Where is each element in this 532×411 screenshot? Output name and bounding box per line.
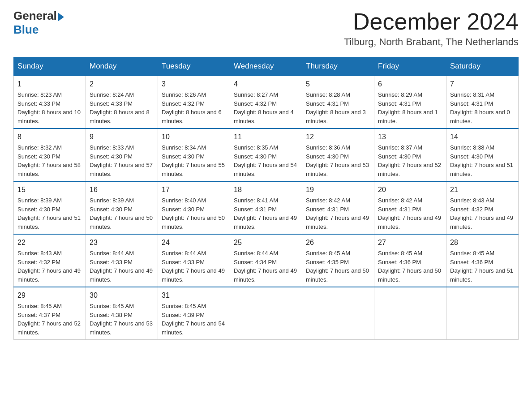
- day-info: Sunrise: 8:45 AMSunset: 4:37 PMDaylight:…: [17, 302, 82, 337]
- day-info: Sunrise: 8:29 AMSunset: 4:31 PMDaylight:…: [378, 90, 442, 125]
- day-info: Sunrise: 8:26 AMSunset: 4:32 PMDaylight:…: [162, 90, 226, 125]
- calendar-cell: [302, 287, 374, 340]
- calendar-week-row: 15Sunrise: 8:39 AMSunset: 4:30 PMDayligh…: [14, 181, 519, 234]
- logo-arrow-icon: [58, 13, 64, 21]
- calendar-cell: 6Sunrise: 8:29 AMSunset: 4:31 PMDaylight…: [374, 76, 446, 128]
- day-info: Sunrise: 8:39 AMSunset: 4:30 PMDaylight:…: [90, 196, 154, 231]
- logo: General Blue: [13, 9, 64, 37]
- calendar-cell: [446, 287, 519, 340]
- calendar-cell: 2Sunrise: 8:24 AMSunset: 4:33 PMDaylight…: [86, 76, 158, 128]
- calendar-cell: [374, 287, 446, 340]
- day-number: 2: [90, 79, 154, 90]
- day-number: 8: [17, 132, 82, 142]
- day-number: 3: [162, 79, 226, 90]
- calendar-week-row: 29Sunrise: 8:45 AMSunset: 4:37 PMDayligh…: [14, 287, 519, 340]
- day-info: Sunrise: 8:28 AMSunset: 4:31 PMDaylight:…: [306, 90, 370, 125]
- calendar-cell: 23Sunrise: 8:44 AMSunset: 4:33 PMDayligh…: [86, 234, 158, 287]
- calendar-cell: 19Sunrise: 8:42 AMSunset: 4:31 PMDayligh…: [302, 181, 374, 234]
- calendar-week-row: 22Sunrise: 8:43 AMSunset: 4:32 PMDayligh…: [14, 234, 519, 287]
- header-day-saturday: Saturday: [446, 57, 519, 76]
- header-day-wednesday: Wednesday: [230, 57, 302, 76]
- day-number: 26: [306, 237, 370, 248]
- day-number: 1: [17, 79, 82, 90]
- day-info: Sunrise: 8:33 AMSunset: 4:30 PMDaylight:…: [90, 143, 154, 178]
- day-info: Sunrise: 8:43 AMSunset: 4:32 PMDaylight:…: [450, 196, 515, 231]
- calendar-cell: 5Sunrise: 8:28 AMSunset: 4:31 PMDaylight…: [302, 76, 374, 128]
- calendar-week-row: 8Sunrise: 8:32 AMSunset: 4:30 PMDaylight…: [14, 128, 519, 181]
- calendar-cell: 4Sunrise: 8:27 AMSunset: 4:32 PMDaylight…: [230, 76, 302, 128]
- day-number: 15: [17, 184, 82, 195]
- day-info: Sunrise: 8:23 AMSunset: 4:33 PMDaylight:…: [17, 90, 82, 125]
- day-info: Sunrise: 8:34 AMSunset: 4:30 PMDaylight:…: [162, 143, 226, 178]
- calendar-cell: 12Sunrise: 8:36 AMSunset: 4:30 PMDayligh…: [302, 128, 374, 181]
- calendar-cell: 29Sunrise: 8:45 AMSunset: 4:37 PMDayligh…: [14, 287, 86, 340]
- day-info: Sunrise: 8:35 AMSunset: 4:30 PMDaylight:…: [234, 143, 298, 178]
- header-day-tuesday: Tuesday: [158, 57, 230, 76]
- day-info: Sunrise: 8:45 AMSunset: 4:35 PMDaylight:…: [306, 249, 370, 284]
- header-day-friday: Friday: [374, 57, 446, 76]
- day-number: 12: [306, 132, 370, 142]
- day-info: Sunrise: 8:43 AMSunset: 4:32 PMDaylight:…: [17, 249, 82, 284]
- day-info: Sunrise: 8:45 AMSunset: 4:39 PMDaylight:…: [162, 302, 226, 337]
- subtitle: Tilburg, North Brabant, The Netherlands: [344, 36, 519, 48]
- calendar-cell: 17Sunrise: 8:40 AMSunset: 4:30 PMDayligh…: [158, 181, 230, 234]
- calendar-header-row: SundayMondayTuesdayWednesdayThursdayFrid…: [14, 57, 519, 76]
- day-number: 18: [234, 184, 298, 195]
- calendar-cell: 14Sunrise: 8:38 AMSunset: 4:30 PMDayligh…: [446, 128, 519, 181]
- calendar-cell: 16Sunrise: 8:39 AMSunset: 4:30 PMDayligh…: [86, 181, 158, 234]
- day-number: 29: [17, 290, 82, 301]
- calendar-cell: 1Sunrise: 8:23 AMSunset: 4:33 PMDaylight…: [14, 76, 86, 128]
- day-number: 21: [450, 184, 515, 195]
- day-number: 23: [90, 237, 154, 248]
- day-number: 16: [90, 184, 154, 195]
- calendar-cell: 24Sunrise: 8:44 AMSunset: 4:33 PMDayligh…: [158, 234, 230, 287]
- day-number: 20: [378, 184, 442, 195]
- calendar-cell: 28Sunrise: 8:45 AMSunset: 4:36 PMDayligh…: [446, 234, 519, 287]
- day-info: Sunrise: 8:41 AMSunset: 4:31 PMDaylight:…: [234, 196, 298, 231]
- title-section: December 2024 Tilburg, North Brabant, Th…: [344, 9, 519, 48]
- day-number: 17: [162, 184, 226, 195]
- day-info: Sunrise: 8:42 AMSunset: 4:31 PMDaylight:…: [378, 196, 442, 231]
- day-number: 14: [450, 132, 515, 142]
- calendar-cell: 26Sunrise: 8:45 AMSunset: 4:35 PMDayligh…: [302, 234, 374, 287]
- day-number: 24: [162, 237, 226, 248]
- day-info: Sunrise: 8:44 AMSunset: 4:34 PMDaylight:…: [234, 249, 298, 284]
- calendar-cell: 21Sunrise: 8:43 AMSunset: 4:32 PMDayligh…: [446, 181, 519, 234]
- day-info: Sunrise: 8:27 AMSunset: 4:32 PMDaylight:…: [234, 90, 298, 125]
- header-day-thursday: Thursday: [302, 57, 374, 76]
- logo-general-text: General: [13, 9, 57, 23]
- day-info: Sunrise: 8:36 AMSunset: 4:30 PMDaylight:…: [306, 143, 370, 178]
- calendar-cell: 10Sunrise: 8:34 AMSunset: 4:30 PMDayligh…: [158, 128, 230, 181]
- day-info: Sunrise: 8:45 AMSunset: 4:36 PMDaylight:…: [450, 249, 515, 284]
- day-info: Sunrise: 8:32 AMSunset: 4:30 PMDaylight:…: [17, 143, 82, 178]
- calendar-cell: 9Sunrise: 8:33 AMSunset: 4:30 PMDaylight…: [86, 128, 158, 181]
- day-number: 4: [234, 79, 298, 90]
- day-number: 11: [234, 132, 298, 142]
- day-number: 9: [90, 132, 154, 142]
- day-info: Sunrise: 8:44 AMSunset: 4:33 PMDaylight:…: [90, 249, 154, 284]
- calendar-table: SundayMondayTuesdayWednesdayThursdayFrid…: [13, 57, 519, 340]
- day-info: Sunrise: 8:38 AMSunset: 4:30 PMDaylight:…: [450, 143, 515, 178]
- calendar-cell: 18Sunrise: 8:41 AMSunset: 4:31 PMDayligh…: [230, 181, 302, 234]
- day-number: 5: [306, 79, 370, 90]
- calendar-cell: 31Sunrise: 8:45 AMSunset: 4:39 PMDayligh…: [158, 287, 230, 340]
- header-day-monday: Monday: [86, 57, 158, 76]
- day-info: Sunrise: 8:42 AMSunset: 4:31 PMDaylight:…: [306, 196, 370, 231]
- day-info: Sunrise: 8:39 AMSunset: 4:30 PMDaylight:…: [17, 196, 82, 231]
- day-number: 25: [234, 237, 298, 248]
- day-number: 27: [378, 237, 442, 248]
- header-day-sunday: Sunday: [14, 57, 86, 76]
- day-info: Sunrise: 8:40 AMSunset: 4:30 PMDaylight:…: [162, 196, 226, 231]
- day-number: 6: [378, 79, 442, 90]
- day-info: Sunrise: 8:37 AMSunset: 4:30 PMDaylight:…: [378, 143, 442, 178]
- calendar-week-row: 1Sunrise: 8:23 AMSunset: 4:33 PMDaylight…: [14, 76, 519, 128]
- calendar-cell: 7Sunrise: 8:31 AMSunset: 4:31 PMDaylight…: [446, 76, 519, 128]
- calendar-cell: 22Sunrise: 8:43 AMSunset: 4:32 PMDayligh…: [14, 234, 86, 287]
- day-number: 13: [378, 132, 442, 142]
- calendar-cell: 25Sunrise: 8:44 AMSunset: 4:34 PMDayligh…: [230, 234, 302, 287]
- calendar-cell: 13Sunrise: 8:37 AMSunset: 4:30 PMDayligh…: [374, 128, 446, 181]
- calendar-cell: 8Sunrise: 8:32 AMSunset: 4:30 PMDaylight…: [14, 128, 86, 181]
- calendar-cell: 11Sunrise: 8:35 AMSunset: 4:30 PMDayligh…: [230, 128, 302, 181]
- page-header: General Blue December 2024 Tilburg, Nort…: [13, 9, 519, 48]
- calendar-cell: 15Sunrise: 8:39 AMSunset: 4:30 PMDayligh…: [14, 181, 86, 234]
